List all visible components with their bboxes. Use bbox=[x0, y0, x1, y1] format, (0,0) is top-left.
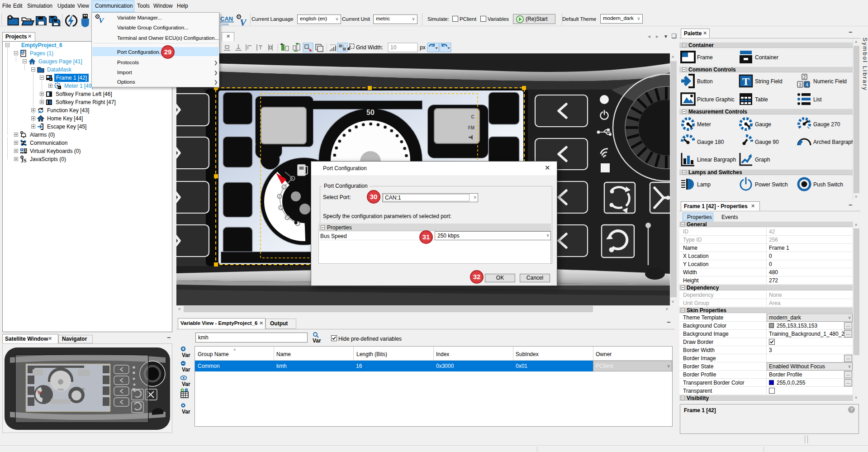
svg-text:T: T bbox=[742, 76, 749, 87]
svg-text:JS: JS bbox=[21, 157, 27, 163]
svg-text:V: V bbox=[99, 16, 104, 24]
svg-text:10: 10 bbox=[390, 44, 397, 51]
svg-text:*: * bbox=[50, 78, 51, 81]
svg-text:Var: Var bbox=[182, 366, 190, 373]
svg-text:Var: Var bbox=[182, 381, 190, 387]
svg-text:2: 2 bbox=[803, 75, 806, 80]
svg-text:J1939: J1939 bbox=[221, 23, 229, 26]
svg-text:C: C bbox=[471, 114, 474, 119]
svg-text:FM: FM bbox=[468, 125, 474, 130]
svg-text:*: * bbox=[58, 86, 60, 90]
svg-text:V: V bbox=[240, 17, 247, 28]
svg-text:3: 3 bbox=[799, 82, 802, 87]
svg-text:4: 4 bbox=[806, 82, 808, 87]
svg-text:Grid Width:: Grid Width: bbox=[356, 44, 383, 51]
svg-text:Var: Var bbox=[313, 338, 321, 343]
svg-text:Var: Var bbox=[182, 409, 190, 415]
svg-text:CAN: CAN bbox=[220, 15, 233, 22]
svg-text:50: 50 bbox=[366, 109, 375, 116]
svg-text:px: px bbox=[420, 44, 426, 51]
svg-text:Var: Var bbox=[182, 352, 190, 358]
